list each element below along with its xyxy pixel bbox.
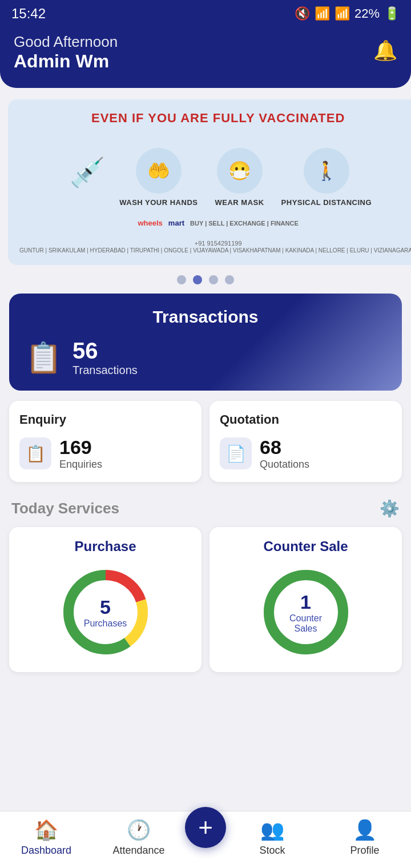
quotation-title: Quotation xyxy=(220,412,392,427)
mask-label: WEAR MASK xyxy=(215,198,264,207)
counter-sale-donut: 1 Counter Sales xyxy=(257,564,354,661)
main-content: EVEN IF YOU ARE FULLY VACCINATED 💉 🤲 WAS… xyxy=(0,88,411,763)
mask-icon: 😷 xyxy=(217,148,263,194)
enquiry-count: 169 xyxy=(59,436,102,459)
dashboard-label: Dashboard xyxy=(21,845,71,857)
today-services-title: Today Services xyxy=(11,500,119,517)
distancing-label: PHYSICAL DISTANCING xyxy=(281,198,372,207)
carousel-dots xyxy=(0,271,411,294)
nav-stock[interactable]: 👥 Stock xyxy=(226,818,319,857)
notification-bell-icon[interactable]: 🔔 xyxy=(373,39,397,62)
status-time: 15:42 xyxy=(11,6,46,22)
quotation-count: 68 xyxy=(260,436,309,459)
enquiry-card[interactable]: Enquiry 📋 169 Enquiries xyxy=(9,401,202,482)
purchase-center: 5 Purchases xyxy=(84,596,127,629)
stock-label: Stock xyxy=(259,845,285,857)
filter-icon[interactable]: ⚙️ xyxy=(380,499,400,518)
dot-2[interactable] xyxy=(193,275,202,284)
transactions-label: Transactions xyxy=(72,364,138,377)
quotation-icon: 📄 xyxy=(220,437,252,469)
purchase-donut: 5 Purchases xyxy=(57,564,154,661)
enquiry-label: Enquiries xyxy=(59,459,102,471)
slide-title: EVEN IF YOU ARE FULLY VACCINATED xyxy=(91,111,345,126)
status-icons: 🔇 📶 📶 22% 🔋 xyxy=(295,6,400,21)
brand-logos: wheelsmart BUY | SELL | EXCHANGE | FINAN… xyxy=(138,219,299,227)
stock-icon: 👥 xyxy=(260,818,284,841)
today-services-header: Today Services ⚙️ xyxy=(0,493,411,527)
counter-sale-card[interactable]: Counter Sale 1 Counter Sales xyxy=(209,527,402,672)
dot-1[interactable] xyxy=(177,275,186,284)
purchase-count: 5 xyxy=(84,596,127,618)
service-cards: Purchase 5 Purchases xyxy=(9,527,402,672)
battery-text: 22% xyxy=(354,6,380,21)
transactions-stats: 📋 56 Transactions xyxy=(25,338,386,377)
syringe-illustration: 💉 xyxy=(65,138,110,207)
carousel: EVEN IF YOU ARE FULLY VACCINATED 💉 🤲 WAS… xyxy=(0,88,411,271)
user-name: Admin Wm xyxy=(14,51,118,72)
battery-icon: 🔋 xyxy=(384,6,400,21)
enquiry-title: Enquiry xyxy=(19,412,191,427)
wifi-icon: 📶 xyxy=(315,6,330,21)
dot-4[interactable] xyxy=(225,275,234,284)
quotation-label: Quotations xyxy=(260,459,309,471)
purchase-label: Purchases xyxy=(84,618,127,629)
counter-sale-count: 1 xyxy=(281,591,330,613)
greeting-text: Good Afternoon xyxy=(14,33,118,51)
nav-attendance[interactable]: 🕐 Attendance xyxy=(92,818,185,857)
attendance-icon: 🕐 xyxy=(127,818,151,841)
nav-dashboard[interactable]: 🏠 Dashboard xyxy=(0,818,92,857)
header: Good Afternoon Admin Wm 🔔 xyxy=(0,25,411,88)
counter-sale-center: 1 Counter Sales xyxy=(281,591,330,634)
quotation-card[interactable]: Quotation 📄 68 Quotations xyxy=(209,401,402,482)
profile-icon: 👤 xyxy=(353,818,377,841)
counter-sale-label: Counter Sales xyxy=(281,613,330,634)
enquiry-icon: 📋 xyxy=(19,437,51,469)
header-text: Good Afternoon Admin Wm xyxy=(14,33,118,72)
contact-info: +91 9154291199 GUNTUR | SRIKAKULAM | HYD… xyxy=(19,240,411,254)
safety-icons: 🤲 WASH YOUR HANDS 😷 WEAR MASK 🚶 PHYSICAL… xyxy=(119,148,372,207)
transactions-card[interactable]: Transactions 📋 56 Transactions xyxy=(9,294,402,391)
handwash-icon: 🤲 xyxy=(136,148,182,194)
status-bar: 15:42 🔇 📶 📶 22% 🔋 xyxy=(0,0,411,25)
nav-profile[interactable]: 👤 Profile xyxy=(319,818,411,857)
transactions-icon: 📋 xyxy=(25,340,62,375)
purchase-card[interactable]: Purchase 5 Purchases xyxy=(9,527,202,672)
handwash-label: WASH YOUR HANDS xyxy=(119,198,198,207)
dot-3[interactable] xyxy=(209,275,218,284)
transactions-heading: Transactions xyxy=(25,307,386,327)
dashboard-icon: 🏠 xyxy=(34,818,58,841)
bottom-nav: 🏠 Dashboard 🕐 Attendance + 👥 Stock 👤 Pro… xyxy=(0,811,411,868)
stats-row: Enquiry 📋 169 Enquiries Quotation 📄 68 Q… xyxy=(9,401,402,482)
signal-icon: 📶 xyxy=(335,6,350,21)
distancing-icon: 🚶 xyxy=(304,148,349,194)
carousel-slide-1[interactable]: EVEN IF YOU ARE FULLY VACCINATED 💉 🤲 WAS… xyxy=(8,99,411,265)
profile-label: Profile xyxy=(350,845,379,857)
attendance-label: Attendance xyxy=(112,845,164,857)
mute-icon: 🔇 xyxy=(295,6,310,21)
fab-add-button[interactable]: + xyxy=(185,807,226,848)
purchase-title: Purchase xyxy=(74,539,136,554)
transactions-count: 56 xyxy=(72,338,138,364)
counter-sale-title: Counter Sale xyxy=(263,539,348,554)
